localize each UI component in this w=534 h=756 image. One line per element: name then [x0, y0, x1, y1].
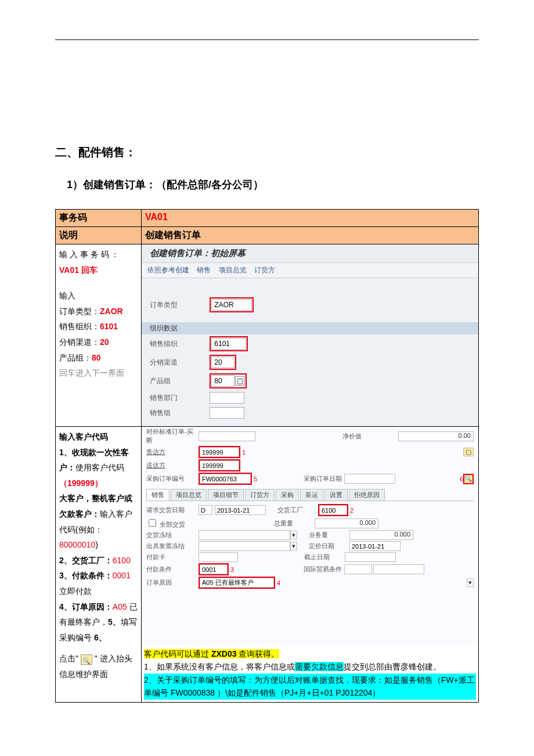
header-label: 对外标准订单-买断 — [146, 427, 199, 445]
dropdown-icon[interactable]: ▾ — [290, 542, 297, 550]
order-type-input[interactable] — [211, 299, 252, 311]
dropdown-icon[interactable]: ▾ — [290, 531, 297, 539]
t: 分销渠道： — [59, 337, 100, 347]
sales-group-label: 销售组 — [150, 408, 208, 418]
po-date-input[interactable] — [344, 474, 395, 484]
v: 0001 — [113, 571, 131, 580]
dropdown-icon[interactable]: ▾ — [467, 578, 474, 587]
t: 2、交货工厂： — [59, 556, 113, 565]
shipto-input[interactable] — [200, 460, 239, 470]
tab-sales[interactable]: 销售 — [146, 489, 169, 501]
soldto-label: 售达方 — [146, 448, 199, 456]
sales-org-input[interactable] — [211, 338, 246, 350]
t: 点击" — [59, 654, 78, 663]
incoterm2-input[interactable] — [373, 564, 424, 574]
sap-screen-1: 创建销售订单：初始屏幕 依照参考创建 销售 项目总览 订货方 订单类型 组织数据… — [142, 244, 478, 426]
paycard-label: 付款卡 — [146, 553, 199, 561]
complete-checkbox[interactable] — [149, 519, 156, 527]
v: 80 — [92, 353, 101, 362]
tab-procurement[interactable]: 采购 — [276, 489, 299, 501]
pricedate-input[interactable] — [349, 541, 400, 551]
annotation-4: 4 — [277, 579, 280, 586]
sales-office-label: 销售部门 — [150, 393, 208, 403]
tab-config[interactable]: 设置 — [324, 489, 348, 501]
tab-item-detail[interactable]: 项目细节 — [208, 489, 244, 501]
reason-label: 订单原因 — [146, 578, 199, 587]
t: 5、 — [108, 617, 121, 627]
t: ) — [95, 540, 98, 549]
weight-label: 总重量 — [274, 519, 315, 528]
v: 20 — [100, 337, 109, 347]
search-help-icon[interactable]: ▢ — [235, 376, 245, 386]
sap1-toolbar: 依照参考创建 销售 项目总览 订货方 — [142, 263, 478, 278]
note0: 客户代码可以通过 ZXD03 查询获得。 — [144, 649, 279, 658]
section-title: 二、配件销售： — [55, 145, 479, 160]
payterm-input[interactable] — [200, 564, 228, 574]
sap1-title: 创建销售订单：初始屏幕 — [142, 244, 478, 263]
desc-value: 创建销售订单 — [142, 227, 479, 244]
annotation-5: 5 — [254, 476, 257, 483]
division-label: 产品组 — [150, 376, 208, 386]
annotation-3: 3 — [230, 566, 234, 573]
v: （199999） — [59, 478, 103, 488]
reqdate-flag[interactable] — [199, 505, 212, 515]
complete-label: 全部交货 — [146, 517, 199, 529]
sales-group-input[interactable] — [210, 407, 244, 419]
t: 输入客户代码 — [59, 429, 138, 445]
t: 全部交货 — [160, 521, 185, 528]
weight-value: 0.000 — [315, 519, 378, 528]
search-icon[interactable]: ▢ — [463, 448, 474, 456]
duedate-input[interactable] — [345, 552, 396, 562]
t: 立即付款 — [59, 586, 92, 596]
duedate-label: 截止日期 — [304, 553, 345, 561]
order-type-label: 订单类型 — [150, 300, 208, 310]
po-date-label: 采购订单日期 — [304, 474, 344, 483]
main-table: 事务码 VA01 说明 创建销售订单 输 入 事 务 码 ： VA01 回车 输… — [55, 209, 479, 703]
paycard-input[interactable] — [199, 552, 238, 562]
org-data-header: 组织数据 — [142, 322, 478, 334]
header-detail-icon[interactable]: 🔍 — [464, 475, 472, 483]
t: 订单类型： — [59, 307, 100, 316]
soldto-input[interactable] — [200, 447, 239, 457]
pricedate-label: 定价日期 — [309, 542, 349, 550]
incoterm-input[interactable] — [344, 564, 372, 574]
t: ZXD03 — [211, 649, 237, 658]
toolbar-item[interactable]: 依照参考创建 — [147, 266, 189, 274]
step1-code: VA01 回车 — [59, 265, 98, 275]
reqdate-input[interactable] — [215, 505, 266, 515]
t: 需要欠款信息 — [295, 662, 344, 671]
t: 提交到总部由曹彦锋创建。 — [344, 662, 441, 671]
invfreeze-label: 出具发票冻结 — [146, 542, 199, 550]
freeze-input[interactable] — [199, 530, 290, 540]
tab-item-overview[interactable]: 项目总览 — [171, 489, 207, 501]
dist-ch-input[interactable] — [211, 357, 234, 368]
sales-office-input[interactable] — [210, 392, 244, 404]
annotation-1: 1 — [242, 449, 246, 456]
toolbar-item[interactable]: 销售 — [197, 266, 211, 274]
tcode-label: 事务码 — [56, 210, 142, 227]
tab-reject[interactable]: 拒绝原因 — [349, 489, 385, 501]
step1-input-label: 输入 — [59, 288, 138, 304]
toolbar-item[interactable]: 订货方 — [254, 266, 275, 274]
division-input[interactable] — [211, 375, 234, 387]
reason-input[interactable] — [200, 578, 274, 588]
volume-value: 0.000 — [349, 530, 413, 540]
po-input[interactable] — [200, 474, 251, 484]
t: 产品组： — [59, 353, 92, 362]
t: 查询获得。 — [236, 649, 279, 658]
toolbar-item[interactable]: 项目总览 — [219, 266, 247, 274]
reqdate-label: 请求交货日期 — [146, 506, 199, 514]
plant-input[interactable] — [319, 505, 347, 515]
t: 销售组织： — [59, 322, 100, 331]
sales-org-label: 销售组织 — [150, 339, 208, 349]
header-detail-icon[interactable]: 🔍 — [81, 654, 92, 665]
annotation-2: 2 — [350, 507, 353, 514]
shipto-label: 送达方 — [146, 461, 199, 470]
tab-ordering-party[interactable]: 订货方 — [245, 489, 275, 501]
t: 客户代码可以通过 — [144, 649, 211, 658]
invfreeze-input[interactable] — [199, 541, 290, 551]
header-divider — [55, 39, 479, 40]
t: 4、订单原因： — [59, 602, 113, 611]
tab-shipping[interactable]: 装运 — [300, 489, 323, 501]
order-no-input[interactable] — [199, 431, 255, 441]
